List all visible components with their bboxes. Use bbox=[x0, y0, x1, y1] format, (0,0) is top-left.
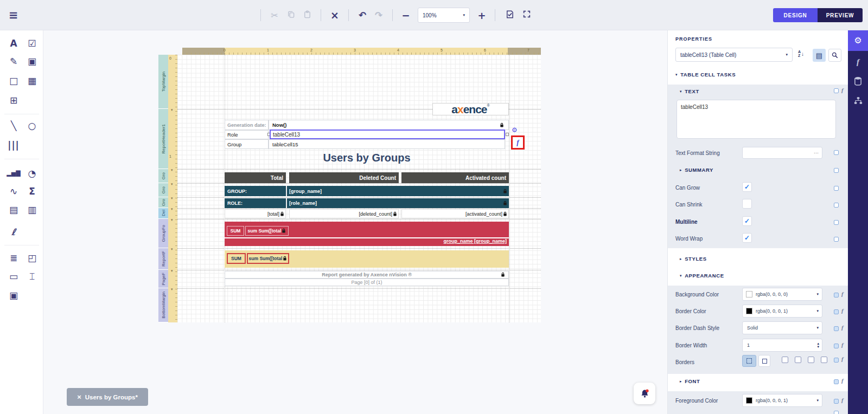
fx-icon[interactable]: f bbox=[841, 324, 844, 331]
label-tool-icon[interactable]: A bbox=[7, 37, 21, 50]
sum-expression-cell[interactable]: sum Sum([total bbox=[247, 253, 289, 264]
property-marker-checkbox[interactable] bbox=[834, 168, 839, 173]
section-table-cell-tasks[interactable]: ▾ TABLE CELL TASKS bbox=[675, 72, 736, 77]
group-footer-band[interactable]: SUM sum Sum([total group_name [group_nam… bbox=[225, 222, 509, 246]
border-left-toggle[interactable] bbox=[782, 357, 788, 363]
band-page-footer[interactable]: PageF bbox=[158, 270, 168, 288]
border-bottom-toggle[interactable] bbox=[821, 357, 827, 363]
character-comb-tool-icon[interactable]: ⊞ bbox=[7, 94, 21, 107]
page-info-tool-icon[interactable]: ◰ bbox=[25, 251, 39, 264]
band-collapse-icon[interactable]: ▾ bbox=[171, 182, 173, 186]
cross-band-box-tool-icon[interactable]: ▣ bbox=[7, 289, 21, 302]
background-color-select[interactable]: rgba(0, 0, 0, 0) ▾ bbox=[742, 288, 822, 301]
can-shrink-checkbox[interactable] bbox=[742, 199, 752, 209]
ellipsis-icon[interactable]: ··· bbox=[814, 150, 819, 156]
data-source-dock-tab[interactable] bbox=[848, 76, 868, 88]
band-group-header-2[interactable]: Gro bbox=[158, 183, 168, 197]
expressions-dock-tab[interactable]: f bbox=[848, 57, 868, 67]
section-styles[interactable]: ▸ STYLES bbox=[680, 256, 707, 262]
fx-icon[interactable]: f bbox=[841, 290, 844, 297]
property-marker-checkbox[interactable] bbox=[834, 203, 839, 208]
picture-tool-icon[interactable]: ▣ bbox=[25, 55, 39, 68]
undo-icon[interactable]: ↶ bbox=[354, 10, 371, 21]
multiline-checkbox[interactable]: ✓ bbox=[742, 216, 752, 226]
property-marker-checkbox[interactable] bbox=[834, 379, 839, 384]
cross-band-line-tool-icon[interactable]: ⌶ bbox=[25, 270, 39, 283]
cut-icon[interactable]: ✂ bbox=[266, 10, 283, 21]
delete-icon[interactable]: × bbox=[327, 9, 343, 21]
band-report-header[interactable]: ReportHeader1 bbox=[158, 109, 168, 169]
can-grow-checkbox[interactable]: ✓ bbox=[742, 182, 752, 192]
property-marker-checkbox[interactable] bbox=[834, 326, 839, 331]
band-group-header-1[interactable]: Gro bbox=[158, 169, 168, 183]
band-bottom-margin[interactable]: BottomMargin bbox=[158, 288, 168, 322]
band-group-header-3[interactable]: Gro bbox=[158, 197, 168, 208]
pdf-content-tool-icon[interactable]: ▥ bbox=[25, 203, 39, 216]
report-canvas[interactable]: 0 1 2 3 4 5 6 7 TopMargin ReportHeader1 … bbox=[157, 48, 541, 322]
selection-handle[interactable] bbox=[506, 133, 509, 136]
foreground-color-select[interactable]: rgba(0, 0, 0, 1) ▾ bbox=[742, 394, 822, 407]
sum-badge[interactable]: SUM bbox=[227, 253, 246, 264]
property-marker-checkbox[interactable] bbox=[834, 237, 839, 242]
report-title[interactable]: Users by Groups bbox=[225, 152, 509, 168]
sparkline-tool-icon[interactable]: ∿ bbox=[7, 185, 21, 198]
fx-icon[interactable]: f bbox=[841, 397, 844, 403]
cell-actions-gear-icon[interactable]: ⚙ bbox=[512, 126, 518, 134]
section-summary[interactable]: ▸ SUMMARY bbox=[680, 167, 713, 173]
report-footer-band[interactable]: SUM sum Sum([total bbox=[225, 250, 509, 268]
band-collapse-icon[interactable]: ▾ bbox=[171, 207, 173, 211]
stepper-down-icon[interactable]: ▾ bbox=[817, 345, 819, 348]
zoom-out-icon[interactable]: − bbox=[398, 10, 413, 21]
chart-tool-icon[interactable]: ▂▅▇ bbox=[7, 167, 21, 180]
border-color-select[interactable]: rgba(0, 0, 0, 1) ▾ bbox=[742, 305, 822, 318]
section-text[interactable]: ▾ TEXT bbox=[680, 88, 699, 94]
sum-tool-icon[interactable]: Σ bbox=[25, 185, 39, 198]
redo-icon[interactable]: ↷ bbox=[371, 10, 387, 21]
group-band-row[interactable]: GROUP: [group_name] bbox=[225, 186, 509, 196]
text-fx-icon[interactable]: f bbox=[841, 87, 844, 93]
property-marker-checkbox[interactable] bbox=[834, 411, 839, 414]
expression-fx-button-highlighted[interactable]: f bbox=[511, 135, 525, 150]
role-label-cell[interactable]: Role bbox=[225, 130, 269, 139]
property-marker-checkbox[interactable] bbox=[834, 186, 839, 191]
fx-icon[interactable]: f bbox=[841, 355, 844, 362]
band-report-footer[interactable]: ReportF bbox=[158, 248, 168, 270]
toc-tool-icon[interactable]: ≣ bbox=[7, 251, 21, 264]
page-footer-credit-cell[interactable]: Report generated by Axence nVision ® bbox=[225, 271, 509, 279]
sum-badge[interactable]: SUM bbox=[227, 226, 244, 236]
column-header-deleted[interactable]: Deleted Count bbox=[289, 172, 399, 183]
group-view-button-active[interactable]: ▤ bbox=[813, 49, 826, 62]
fx-icon[interactable]: f bbox=[841, 341, 844, 348]
role-band-row[interactable]: ROLE: [role_name] bbox=[225, 198, 509, 208]
page-number-cell[interactable]: Page [0] of (1) bbox=[225, 279, 509, 286]
gauge-tool-icon[interactable]: ◔ bbox=[25, 167, 39, 180]
report-explorer-dock-tab[interactable] bbox=[848, 96, 868, 107]
search-properties-button[interactable] bbox=[828, 49, 841, 62]
generation-date-label-cell[interactable]: Generation date: bbox=[225, 120, 269, 130]
panel-tool-icon[interactable]: □ bbox=[7, 74, 21, 87]
text-value-textarea[interactable]: tableCell13 bbox=[676, 100, 836, 139]
band-collapse-icon[interactable]: ▾ bbox=[171, 218, 173, 222]
notifications-button[interactable] bbox=[634, 383, 655, 404]
copy-icon[interactable] bbox=[283, 10, 299, 21]
design-mode-button[interactable]: DESIGN bbox=[773, 8, 818, 22]
fx-icon[interactable]: f bbox=[841, 377, 844, 384]
detail-cell-total[interactable]: [total] bbox=[225, 209, 286, 218]
band-collapse-icon[interactable]: ▾ bbox=[171, 196, 173, 200]
border-width-stepper[interactable]: 1 ▴ ▾ bbox=[742, 339, 822, 352]
property-marker-checkbox[interactable] bbox=[834, 399, 839, 404]
property-target-select[interactable]: tableCell13 (Table Cell) ▾ bbox=[675, 48, 793, 62]
group-value-cell[interactable]: tableCell15 bbox=[269, 139, 505, 149]
signature-tool-icon[interactable]: ℓ bbox=[7, 225, 21, 238]
column-header-activated[interactable]: Activated count bbox=[401, 172, 509, 183]
checkbox-tool-icon[interactable]: ☑ bbox=[25, 37, 39, 50]
shape-tool-icon[interactable]: ○ bbox=[25, 119, 39, 132]
page-break-tool-icon[interactable]: ▭ bbox=[7, 270, 21, 283]
validate-icon[interactable] bbox=[501, 10, 518, 21]
border-right-toggle[interactable] bbox=[808, 357, 814, 363]
borders-box-button[interactable] bbox=[758, 355, 770, 367]
band-group-footer[interactable]: GroupFo bbox=[158, 219, 168, 248]
property-marker-checkbox[interactable] bbox=[834, 293, 839, 297]
property-marker-checkbox[interactable] bbox=[834, 344, 839, 348]
menu-icon[interactable]: ≡ bbox=[9, 9, 18, 22]
